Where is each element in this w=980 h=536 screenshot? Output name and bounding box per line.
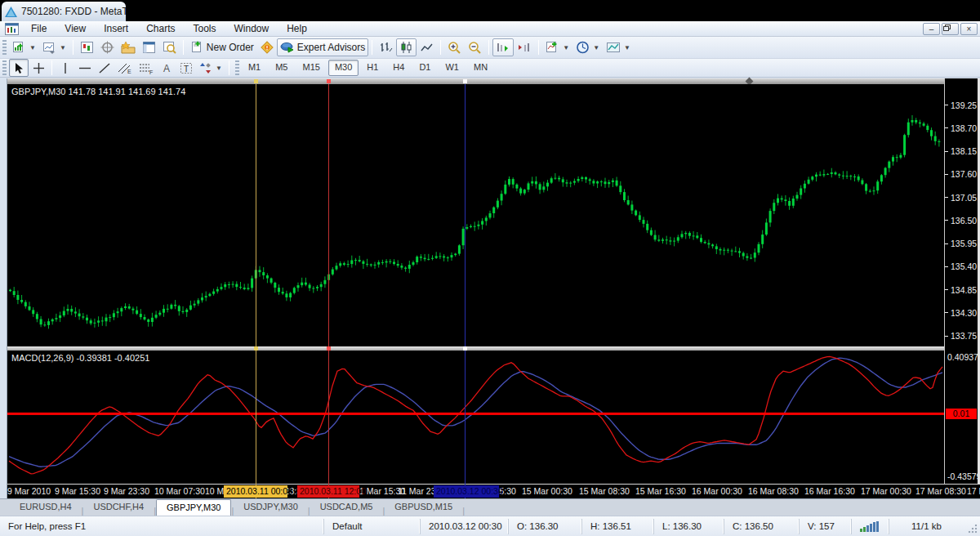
toolbar-grip[interactable] [2,60,7,75]
status-traffic: 11/1 kb [889,519,964,534]
profiles-button[interactable]: ▼ [39,38,69,56]
dropdown-caret: ▼ [624,44,630,51]
metaeditor-alert-button[interactable] [257,38,277,56]
new-order-button[interactable]: New Order [187,38,257,56]
vertical-line-object[interactable] [465,351,466,484]
crosshair-button[interactable] [29,59,48,77]
price-tick: 133.75 [945,331,978,341]
timeframe-mn-button[interactable]: MN [467,60,494,76]
line-chart-mode-button[interactable] [416,38,437,56]
time-tick-label: 16 Mar 08:30 [748,486,799,496]
zoom-out-button[interactable] [465,38,485,56]
timeframe-d1-button[interactable]: D1 [412,60,437,76]
zoom-in-button[interactable] [444,38,465,56]
menu-tools[interactable]: Tools [185,21,225,36]
line-handle[interactable] [254,79,258,83]
toolbar-grip[interactable] [235,60,239,75]
templates-button[interactable]: ▼ [603,38,634,56]
zoom-out-icon [468,41,482,54]
vertical-line-object[interactable] [256,351,256,484]
navigator-button[interactable] [118,38,139,56]
timeframe-m5-button[interactable]: M5 [269,60,294,76]
timeframe-m30-button[interactable]: M30 [328,60,359,76]
timeframe-m1-button[interactable]: M1 [242,60,267,76]
chart-tab-usdjpy-m30[interactable]: USDJPY,M30 [234,499,307,516]
chart-tab-gbpjpy-m30[interactable]: GBPJPY,M30 [156,499,231,516]
candlestick-mode-button[interactable] [396,38,416,56]
cursor-button[interactable] [9,59,29,77]
text-label-button[interactable]: T [176,59,196,77]
trendline-button[interactable] [95,59,114,77]
candlestick-icon [399,41,413,54]
arrows-button[interactable]: ▼ [196,59,225,77]
periods-button[interactable]: ▼ [572,38,603,56]
vertical-line-object[interactable] [328,84,329,346]
time-axis[interactable]: 9 Mar 20109 Mar 15:309 Mar 23:3010 Mar 0… [7,484,980,498]
status-help-text: For Help, press F1 [0,519,323,534]
toolbar-grip[interactable] [2,40,7,55]
menu-charts[interactable]: Charts [137,21,184,36]
minimize-button[interactable]: – [923,23,940,35]
vertical-line-object[interactable] [256,84,256,346]
chart-shift-button[interactable] [514,38,535,56]
expert-advisors-label: Expert Advisors [297,42,365,53]
strategy-tester-button[interactable] [159,38,180,56]
vertical-line-object[interactable] [465,84,466,346]
line-handle[interactable] [254,346,258,351]
status-profile[interactable]: Default [323,519,420,534]
timeframe-h1-button[interactable]: H1 [360,60,385,76]
symbol-ohlc-label: GBPJPY,M30 141.78 141.91 141.69 141.74 [11,87,185,96]
fibonacci-button[interactable]: F [136,59,157,77]
menu-window[interactable]: Window [225,21,278,36]
menu-file[interactable]: File [22,21,56,36]
price-tick: 139.25 [945,100,978,110]
chart-tab-usdchf-h4[interactable]: USDCHF,H4 [83,499,154,516]
status-close: C: 136.50 [724,519,799,534]
line-handle[interactable] [327,79,331,83]
timeframe-m15-button[interactable]: M15 [296,60,326,76]
equidistant-channel-button[interactable]: E [114,59,136,77]
expert-advisors-button[interactable]: Expert Advisors [277,38,368,56]
menu-insert[interactable]: Insert [95,21,137,36]
line-handle[interactable] [463,79,467,83]
price-tick: 136.50 [945,216,978,226]
metatrader-logo-icon [5,7,17,17]
trendline-icon [98,62,111,74]
menu-view[interactable]: View [56,21,95,36]
auto-scroll-button[interactable] [492,38,514,56]
price-axis[interactable]: 139.25138.70138.15137.60137.05136.50135.… [944,78,978,484]
indicators-button[interactable]: ▼ [542,38,572,56]
macd-label: MACD(12,26,9) -0.39381 -0.40251 [11,353,149,363]
market-watch-icon [80,41,94,54]
market-watch-button[interactable] [77,38,97,56]
price-chart-panel[interactable]: GBPJPY,M30 141.78 141.91 141.69 141.74 [7,84,944,346]
chart-window: GBPJPY,M30 141.78 141.91 141.69 141.74 M… [7,78,980,498]
chart-tab-gbpusd-m15[interactable]: GBPUSD,M15 [385,499,462,516]
resize-grip[interactable] [967,523,978,534]
chart-tab-bar: EURUSD,H4|USDCHF,H4|GBPJPY,M30|USDJPY,M3… [0,498,980,516]
chart-tab-eurusd-h4[interactable]: EURUSD,H4 [10,499,82,516]
price-tick: 134.85 [945,285,978,295]
new-chart-button[interactable]: ▼ [9,38,39,56]
data-window-button[interactable] [97,38,118,56]
new-order-icon [190,41,204,54]
menu-help[interactable]: Help [278,21,316,36]
macd-indicator-panel[interactable]: MACD(12,26,9) -0.39381 -0.40251 [7,351,944,484]
chart-tab-usdcad-m5[interactable]: USDCAD,M5 [310,499,383,516]
chart-top-scrollbar[interactable] [7,78,944,84]
timeframe-h4-button[interactable]: H4 [386,60,411,76]
alert-icon [261,41,274,54]
timeframe-w1-button[interactable]: W1 [439,60,466,76]
text-button[interactable]: A [157,59,176,77]
toolbar-separator [372,40,372,55]
vertical-line-button[interactable] [56,59,75,77]
restore-icon [942,24,951,32]
line-handle[interactable] [463,346,467,351]
vertical-line-object[interactable] [328,351,329,484]
line-handle[interactable] [327,346,331,351]
restore-button[interactable] [942,23,959,35]
horizontal-line-button[interactable] [75,59,95,77]
terminal-button[interactable] [139,38,159,56]
bar-chart-mode-button[interactable] [376,38,396,56]
close-button[interactable]: × [960,23,978,35]
